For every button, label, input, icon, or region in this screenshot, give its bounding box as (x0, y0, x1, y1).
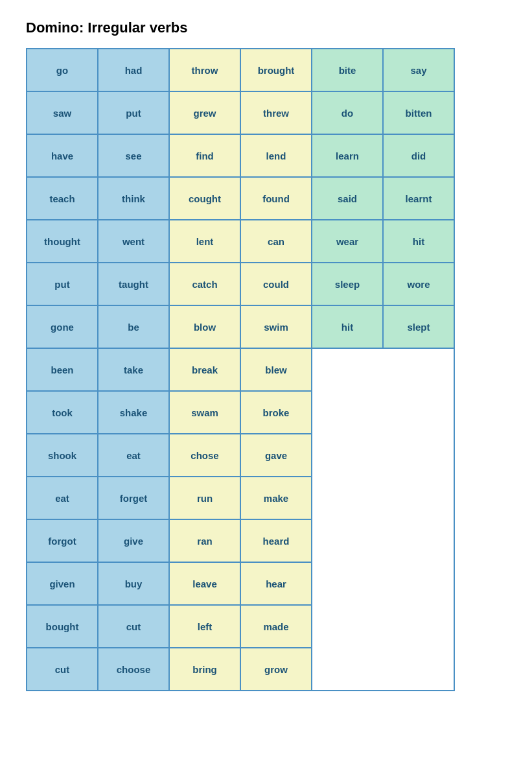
table-row: boughtcutleftmade (27, 605, 454, 648)
table-row: shookeatchosegave (27, 434, 454, 477)
verb-cell: give (98, 519, 169, 562)
domino-table: gohadthrowbroughtbitesaysawputgrewthrewd… (26, 48, 455, 691)
verb-cell: gone (27, 305, 98, 348)
verb-cell: went (98, 220, 169, 263)
verb-cell: learnt (383, 177, 454, 220)
verb-cell: go (27, 49, 98, 91)
verb-cell: teach (27, 177, 98, 220)
verb-cell (383, 477, 454, 519)
verb-cell: taught (98, 263, 169, 305)
verb-cell (312, 519, 383, 562)
verb-cell: break (169, 348, 240, 391)
verb-cell: be (98, 305, 169, 348)
verb-cell (383, 519, 454, 562)
verb-cell: lent (169, 220, 240, 263)
verb-cell: blew (240, 348, 312, 391)
verb-cell: swam (169, 391, 240, 434)
verb-cell: brought (240, 49, 312, 91)
verb-cell: eat (27, 477, 98, 519)
verb-cell: been (27, 348, 98, 391)
verb-cell: wore (383, 263, 454, 305)
verb-cell: hear (240, 562, 312, 605)
verb-cell (383, 562, 454, 605)
verb-cell: said (312, 177, 383, 220)
table-row: forgotgiveranheard (27, 519, 454, 562)
verb-cell: catch (169, 263, 240, 305)
verb-cell: chose (169, 434, 240, 477)
verb-cell (383, 434, 454, 477)
verb-cell: saw (27, 91, 98, 134)
verb-cell: forgot (27, 519, 98, 562)
table-row: cutchoosebringgrow (27, 648, 454, 691)
table-row: thoughtwentlentcanwearhit (27, 220, 454, 263)
verb-cell (312, 477, 383, 519)
verb-cell: did (383, 134, 454, 177)
verb-cell: gave (240, 434, 312, 477)
verb-cell (383, 391, 454, 434)
verb-cell: made (240, 605, 312, 648)
verb-cell (383, 348, 454, 391)
verb-cell: cut (27, 648, 98, 691)
verb-cell: hit (312, 305, 383, 348)
table-row: givenbuyleavehear (27, 562, 454, 605)
table-row: beentakebreakblew (27, 348, 454, 391)
table-row: teachthinkcoughtfoundsaidlearnt (27, 177, 454, 220)
verb-cell: choose (98, 648, 169, 691)
verb-cell: shake (98, 391, 169, 434)
verb-cell: say (383, 49, 454, 91)
table-row: puttaughtcatchcouldsleepwore (27, 263, 454, 305)
verb-cell: leave (169, 562, 240, 605)
verb-cell: had (98, 49, 169, 91)
verb-cell: can (240, 220, 312, 263)
verb-cell: sleep (312, 263, 383, 305)
verb-cell (383, 648, 454, 691)
verb-cell (312, 434, 383, 477)
verb-cell: bought (27, 605, 98, 648)
verb-cell: could (240, 263, 312, 305)
verb-cell: grew (169, 91, 240, 134)
verb-cell: left (169, 605, 240, 648)
verb-cell: think (98, 177, 169, 220)
verb-cell: throw (169, 49, 240, 91)
verb-cell (312, 348, 383, 391)
table-row: eatforgetrunmake (27, 477, 454, 519)
verb-cell: blow (169, 305, 240, 348)
table-row: sawputgrewthrewdobitten (27, 91, 454, 134)
verb-cell: see (98, 134, 169, 177)
table-row: gonebeblowswimhitslept (27, 305, 454, 348)
verb-cell: cut (98, 605, 169, 648)
verb-cell: given (27, 562, 98, 605)
verb-cell: threw (240, 91, 312, 134)
verb-cell: thought (27, 220, 98, 263)
verb-cell: broke (240, 391, 312, 434)
page-title: Domino: Irregular verbs (26, 19, 506, 36)
verb-cell: take (98, 348, 169, 391)
verb-cell: hit (383, 220, 454, 263)
table-row: tookshakeswambroke (27, 391, 454, 434)
verb-cell: wear (312, 220, 383, 263)
verb-cell: find (169, 134, 240, 177)
verb-cell: swim (240, 305, 312, 348)
verb-cell: put (98, 91, 169, 134)
verb-cell: put (27, 263, 98, 305)
verb-cell: bring (169, 648, 240, 691)
verb-cell (312, 648, 383, 691)
verb-cell: forget (98, 477, 169, 519)
verb-cell: eat (98, 434, 169, 477)
table-row: haveseefindlendlearndid (27, 134, 454, 177)
verb-cell: have (27, 134, 98, 177)
verb-cell: run (169, 477, 240, 519)
verb-cell: shook (27, 434, 98, 477)
verb-cell: slept (383, 305, 454, 348)
verb-cell: lend (240, 134, 312, 177)
verb-cell: bitten (383, 91, 454, 134)
verb-cell (312, 562, 383, 605)
verb-cell (312, 391, 383, 434)
verb-cell: grow (240, 648, 312, 691)
verb-cell (312, 605, 383, 648)
verb-cell: buy (98, 562, 169, 605)
verb-cell: make (240, 477, 312, 519)
verb-cell: bite (312, 49, 383, 91)
verb-cell: took (27, 391, 98, 434)
verb-cell (383, 605, 454, 648)
